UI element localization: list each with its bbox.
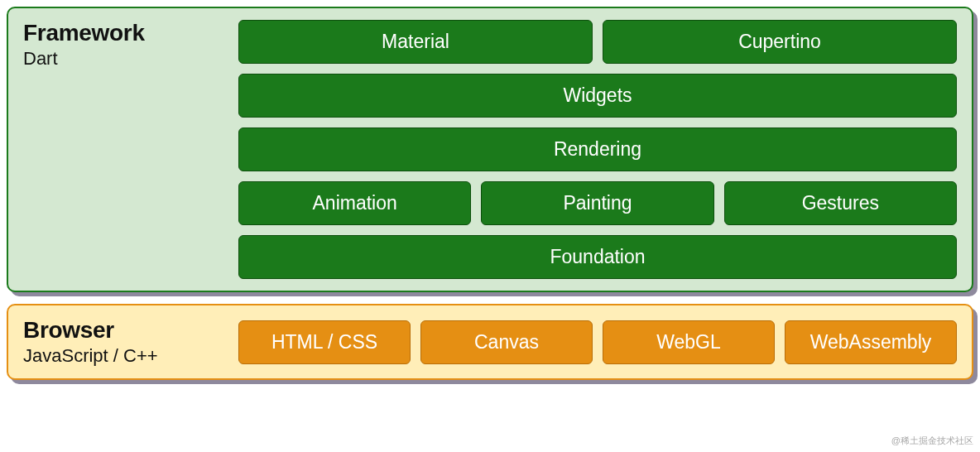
browser-content: HTML / CSS Canvas WebGL WebAssembly: [238, 320, 957, 364]
rendering-block: Rendering: [238, 127, 957, 171]
material-block: Material: [238, 20, 593, 64]
cupertino-block: Cupertino: [603, 20, 957, 64]
framework-row-3: Animation Painting Gestures: [238, 181, 957, 225]
animation-block: Animation: [238, 181, 471, 225]
webassembly-block: WebAssembly: [785, 320, 957, 364]
gestures-block: Gestures: [724, 181, 957, 225]
framework-subtitle: Dart: [23, 48, 238, 70]
framework-layer: Framework Dart Material Cupertino Widget…: [7, 7, 973, 292]
browser-row-0: HTML / CSS Canvas WebGL WebAssembly: [238, 320, 957, 364]
html-css-block: HTML / CSS: [238, 320, 411, 364]
browser-subtitle: JavaScript / C++: [23, 345, 238, 367]
framework-row-2: Rendering: [238, 127, 957, 171]
painting-block: Painting: [481, 181, 713, 225]
webgl-block: WebGL: [603, 320, 775, 364]
framework-row-4: Foundation: [238, 235, 957, 279]
canvas-block: Canvas: [420, 320, 593, 364]
framework-row-0: Material Cupertino: [238, 20, 957, 64]
framework-row-1: Widgets: [238, 74, 957, 118]
browser-header: Browser JavaScript / C++: [23, 317, 238, 367]
foundation-block: Foundation: [238, 235, 957, 279]
browser-layer: Browser JavaScript / C++ HTML / CSS Canv…: [7, 304, 973, 380]
framework-header: Framework Dart: [23, 20, 238, 70]
browser-title: Browser: [23, 317, 238, 344]
framework-title: Framework: [23, 20, 238, 46]
framework-content: Material Cupertino Widgets Rendering Ani…: [238, 20, 957, 279]
widgets-block: Widgets: [238, 74, 957, 118]
